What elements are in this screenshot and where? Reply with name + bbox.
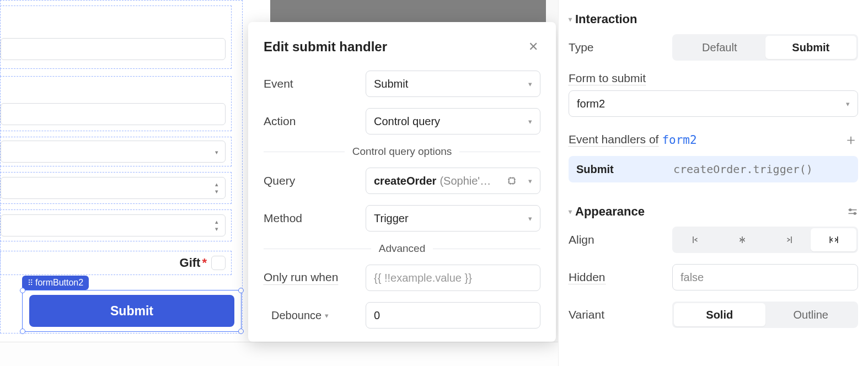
gift-field-row[interactable]: Gift * (0, 251, 232, 275)
select-input[interactable]: ▾ (1, 141, 226, 163)
stepper-up-down-icon: ▴▾ (215, 181, 218, 195)
required-asterisk: * (202, 256, 207, 270)
event-handler-item[interactable]: Submit createOrder.trigger() (569, 156, 858, 182)
form-to-submit-select[interactable]: form2 ▾ (569, 90, 858, 117)
chevron-down-icon: ▾ (846, 100, 850, 108)
collapse-icon: ▾ (569, 208, 572, 216)
form-link[interactable]: form2 (662, 133, 696, 147)
section-interaction[interactable]: ▾ Interaction (569, 12, 858, 26)
form-to-submit-label: Form to submit (569, 72, 672, 85)
variant-solid[interactable]: Solid (674, 303, 765, 326)
selection-rect[interactable]: Submit (22, 290, 242, 332)
method-label: Method (264, 212, 366, 225)
close-icon[interactable]: ✕ (526, 37, 540, 56)
collapse-icon: ▾ (569, 15, 572, 23)
align-stretch[interactable] (811, 228, 856, 251)
event-label: Event (264, 77, 366, 90)
submit-button[interactable]: Submit (29, 295, 234, 327)
bottom-panel-bar (0, 342, 558, 366)
expand-icon[interactable] (506, 175, 518, 187)
control-query-divider: Control query options (264, 146, 540, 158)
selected-component[interactable]: ⠿ formButton2 Submit (22, 276, 243, 335)
align-center[interactable] (720, 228, 765, 251)
type-segmented: Default Submit (672, 34, 858, 61)
hidden-label: Hidden (569, 271, 672, 284)
resize-handle[interactable] (20, 329, 25, 334)
event-select[interactable]: Submit ▾ (366, 71, 540, 97)
component-name: formButton2 (35, 278, 83, 288)
chevron-down-icon: ▾ (528, 214, 532, 223)
chevron-down-icon: ▾ (528, 117, 532, 126)
form-number-field[interactable]: ▴▾ (0, 209, 232, 241)
number-input[interactable]: ▴▾ (1, 177, 226, 199)
svg-rect-0 (509, 178, 515, 184)
chevron-down-icon: ▾ (528, 80, 532, 88)
form-number-field[interactable]: ▴▾ (0, 172, 232, 204)
chevron-down-icon: ▾ (528, 177, 532, 185)
resize-handle[interactable] (20, 288, 25, 293)
form-field[interactable] (0, 6, 232, 69)
align-segmented (672, 227, 858, 253)
type-label: Type (569, 41, 672, 54)
align-left[interactable] (674, 228, 720, 251)
query-select[interactable]: createOrder (Sophie'… ▾ (366, 168, 540, 194)
method-select[interactable]: Trigger ▾ (366, 205, 540, 232)
settings-icon[interactable] (847, 206, 858, 217)
type-option-default[interactable]: Default (674, 36, 765, 59)
only-run-when-label: Only run when (264, 271, 338, 285)
stepper-up-down-icon: ▴▾ (215, 218, 218, 233)
variant-segmented: Solid Outline (672, 302, 858, 328)
drag-grip-icon: ⠿ (28, 278, 32, 287)
resize-handle[interactable] (238, 288, 244, 293)
form-select-field[interactable]: ▾ (0, 137, 232, 166)
text-input[interactable] (1, 103, 226, 125)
hidden-input[interactable]: false (672, 264, 858, 290)
gift-checkbox[interactable] (211, 256, 226, 270)
advanced-divider: Advanced (264, 243, 540, 255)
edit-handler-modal: Edit submit handler ✕ Event Submit ▾ Act… (248, 22, 556, 342)
number-input[interactable]: ▴▾ (1, 214, 226, 236)
section-appearance[interactable]: ▾ Appearance (569, 204, 858, 219)
resize-handle[interactable] (238, 329, 244, 334)
add-handler-button[interactable]: ＋ (844, 130, 858, 149)
variant-outline[interactable]: Outline (765, 303, 857, 326)
inspector-panel: ▾ Interaction Type Default Submit Form t… (558, 0, 868, 366)
align-label: Align (569, 233, 672, 246)
variant-label: Variant (569, 308, 672, 321)
modal-title: Edit submit handler (264, 39, 387, 55)
text-input[interactable] (1, 38, 226, 60)
chevron-down-icon: ▾ (325, 311, 329, 320)
query-label: Query (264, 174, 366, 187)
editor-canvas[interactable]: ▾ ▴▾ ▴▾ Gift * ⠿ formButton2 Submit (0, 0, 270, 366)
align-right[interactable] (765, 228, 811, 251)
action-select[interactable]: Control query ▾ (366, 108, 540, 134)
component-tag[interactable]: ⠿ formButton2 (22, 276, 89, 290)
action-label: Action (264, 115, 366, 128)
debounce-input[interactable]: 0 (366, 302, 540, 329)
debounce-label[interactable]: Debounce ▾ (271, 309, 366, 322)
gift-label: Gift (180, 256, 201, 270)
form-field[interactable] (0, 76, 232, 131)
only-run-when-input[interactable]: {{ !!example.value }} (366, 265, 540, 291)
event-handlers-header: Event handlers of form2 ＋ (569, 130, 858, 149)
type-option-submit[interactable]: Submit (765, 36, 857, 59)
chevron-down-icon: ▾ (215, 149, 218, 156)
